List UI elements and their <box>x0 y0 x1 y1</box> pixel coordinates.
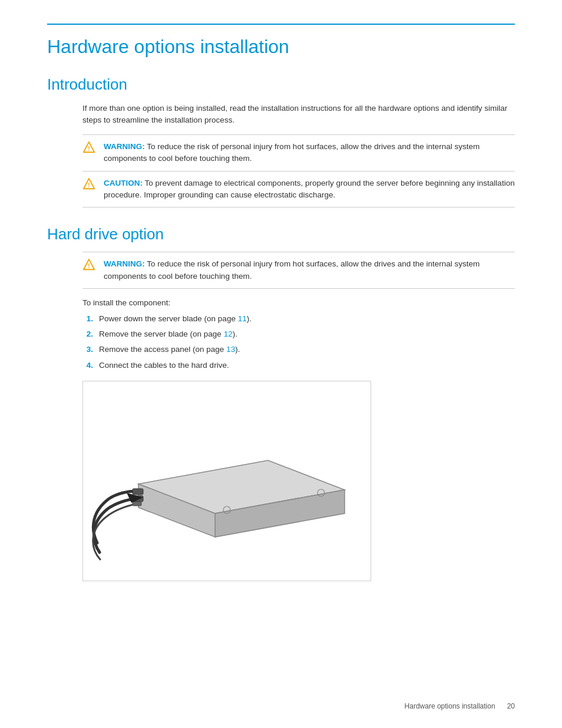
introduction-warning-text: WARNING: To reduce the risk of personal … <box>104 141 515 165</box>
introduction-caution-label: CAUTION: <box>104 179 143 187</box>
introduction-body: If more than one option is being install… <box>82 103 515 127</box>
step-2: 2. Remove the server blade (on page 12). <box>82 328 515 340</box>
install-intro: To install the component: <box>82 298 515 307</box>
steps-list: 1. Power down the server blade (on page … <box>82 313 515 371</box>
step-3: 3. Remove the access panel (on page 13). <box>82 344 515 355</box>
step-4-num: 4. <box>82 360 93 371</box>
step-1-text: Power down the server blade (on page 11)… <box>99 313 252 325</box>
step-1-link[interactable]: 11 <box>238 314 247 323</box>
hard-drive-warning-text: WARNING: To reduce the risk of personal … <box>104 258 515 282</box>
step-2-num: 2. <box>82 328 93 340</box>
caution-icon: ! <box>82 177 95 190</box>
footer: Hardware options installation 20 <box>405 702 515 710</box>
step-4-text: Connect the cables to the hard drive. <box>99 360 229 371</box>
hard-drive-title: Hard drive option <box>47 225 515 243</box>
hard-drive-warning-label: WARNING: <box>104 259 145 268</box>
introduction-caution-text: CAUTION: To prevent damage to electrical… <box>104 177 515 202</box>
step-3-text: Remove the access panel (on page 13). <box>99 344 240 355</box>
step-1-num: 1. <box>82 313 93 325</box>
step-3-num: 3. <box>82 344 93 355</box>
figure-hard-drive <box>82 381 371 581</box>
introduction-caution: ! CAUTION: To prevent damage to electric… <box>82 172 515 208</box>
introduction-caution-body: To prevent damage to electrical componen… <box>104 179 515 199</box>
footer-section: Hardware options installation <box>405 702 495 710</box>
hard-drive-illustration <box>91 390 362 572</box>
svg-rect-11 <box>133 489 143 495</box>
step-2-link[interactable]: 12 <box>224 330 233 338</box>
top-rule <box>47 24 515 25</box>
svg-text:!: ! <box>88 146 90 152</box>
introduction-warning-body: To reduce the risk of personal injury fr… <box>104 142 480 163</box>
svg-rect-13 <box>133 502 141 506</box>
introduction-warning-label: WARNING: <box>104 142 145 151</box>
page: Hardware options installation Introducti… <box>0 0 562 728</box>
introduction-warning: ! WARNING: To reduce the risk of persona… <box>82 134 515 172</box>
introduction-title: Introduction <box>47 75 515 94</box>
page-title: Hardware options installation <box>47 35 515 58</box>
step-1: 1. Power down the server blade (on page … <box>82 313 515 325</box>
footer-page: 20 <box>507 702 515 710</box>
step-2-text: Remove the server blade (on page 12). <box>99 328 237 340</box>
step-4: 4. Connect the cables to the hard drive. <box>82 360 515 371</box>
hard-drive-warning-icon: ! <box>82 258 95 271</box>
svg-text:!: ! <box>88 263 90 269</box>
svg-text:!: ! <box>88 182 90 188</box>
hard-drive-warning-body: To reduce the risk of personal injury fr… <box>104 259 480 280</box>
hard-drive-warning: ! WARNING: To reduce the risk of persona… <box>82 252 515 289</box>
step-3-link[interactable]: 13 <box>226 345 235 354</box>
warning-icon: ! <box>82 141 95 154</box>
